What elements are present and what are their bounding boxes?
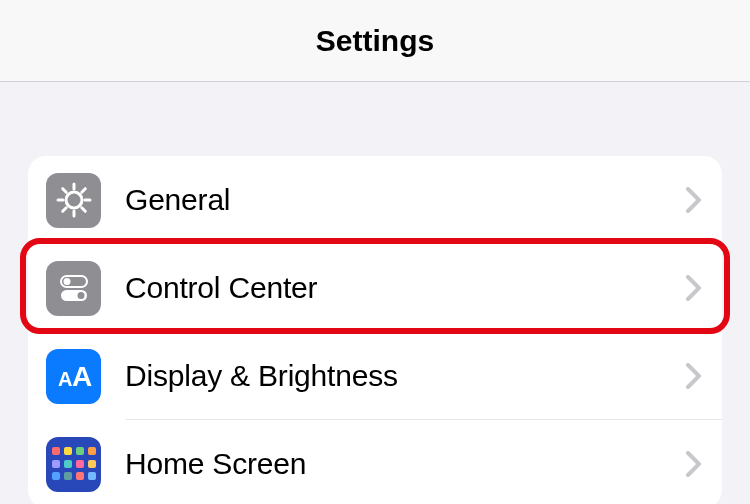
svg-line-6 [81,208,85,212]
toggles-icon [46,261,101,316]
page-title: Settings [316,24,434,58]
chevron-right-icon [686,451,702,477]
chevron-right-icon [686,275,702,301]
row-home-screen[interactable]: Home Screen [28,420,722,504]
chevron-right-icon [686,187,702,213]
content: General Control Center [0,82,750,504]
svg-point-12 [77,292,84,299]
row-label-display: Display & Brightness [125,359,686,393]
row-label-general: General [125,183,686,217]
svg-text:A: A [72,361,92,392]
chevron-right-icon [686,363,702,389]
row-display-brightness[interactable]: A A Display & Brightness [28,332,722,420]
svg-line-5 [62,189,65,193]
text-size-icon: A A [46,349,101,404]
svg-line-8 [81,189,85,193]
settings-group: General Control Center [28,156,722,504]
row-label-control-center: Control Center [125,271,686,305]
row-label-home-screen: Home Screen [125,447,686,481]
gear-icon [46,173,101,228]
svg-text:A: A [58,368,72,390]
row-control-center[interactable]: Control Center [28,244,722,332]
header: Settings [0,0,750,82]
svg-point-10 [63,278,70,285]
row-general[interactable]: General [28,156,722,244]
svg-point-0 [66,192,82,208]
app-grid-icon [46,437,101,492]
svg-line-7 [62,208,65,212]
